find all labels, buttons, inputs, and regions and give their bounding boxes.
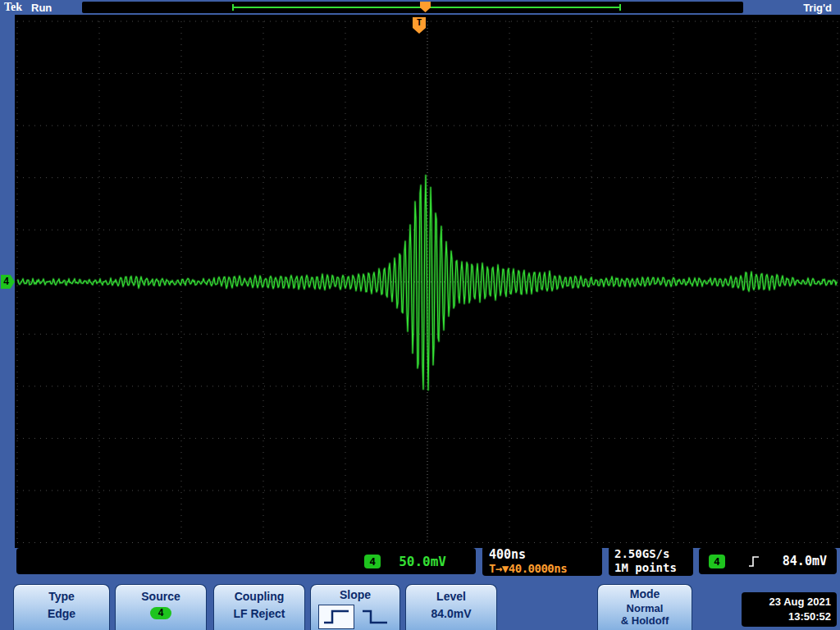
trigger-source-badge: 4: [709, 555, 725, 568]
graticule-and-waveform: [15, 15, 840, 548]
record-length-value: 1M points: [614, 561, 687, 575]
time-value: 13:50:52: [788, 609, 831, 624]
slope-label: Slope: [311, 588, 399, 601]
mode-label: Mode: [598, 587, 692, 600]
record-right-bracket: [619, 4, 621, 11]
record-view-strip: [82, 2, 743, 13]
source-channel-badge: 4: [150, 607, 171, 619]
channel-4-position-marker[interactable]: 4: [1, 275, 15, 289]
tektronix-oscilloscope: { "header": { "logo": "Tek", "acq_status…: [0, 0, 840, 630]
coupling-value: LF Reject: [214, 607, 304, 620]
mode-value-line1: Normal: [598, 602, 692, 614]
trigger-flag-pointer-icon: [413, 28, 426, 34]
channel-4-badge: 4: [364, 555, 381, 568]
timebase-value: 400ns: [489, 547, 596, 562]
rising-slope-icon: [748, 555, 760, 568]
trigger-t-icon: T: [413, 17, 426, 28]
falling-slope-option[interactable]: [357, 605, 393, 629]
trigger-position-indicator-icon[interactable]: [420, 2, 431, 12]
trigger-level-value: 84.0mV: [783, 554, 827, 568]
trigger-position-number: 40.0000ns: [509, 562, 567, 575]
trigger-coupling-button[interactable]: Coupling LF Reject: [213, 584, 305, 630]
falling-edge-icon: [360, 607, 390, 627]
trigger-status: Trig'd: [803, 2, 832, 14]
type-value: Edge: [14, 607, 109, 620]
source-label: Source: [116, 590, 206, 603]
coupling-label: Coupling: [214, 590, 304, 603]
rising-edge-icon: [322, 607, 351, 627]
scope-display: [15, 15, 840, 548]
tek-logo: Tek: [4, 1, 22, 14]
date-time-display: 23 Aug 2021 13:50:52: [742, 592, 837, 627]
trigger-position-value: T→▼40.0000ns: [489, 562, 596, 575]
acquisition-status: Run: [31, 2, 52, 14]
horizontal-readout: 400ns T→▼40.0000ns: [482, 546, 602, 576]
rising-slope-option[interactable]: [318, 605, 354, 629]
sample-rate-value: 2.50GS/s: [614, 547, 687, 561]
trigger-source-button[interactable]: Source 4: [115, 584, 207, 630]
date-value: 23 Aug 2021: [769, 595, 831, 609]
trigger-readout: 4 84.0mV: [699, 548, 837, 574]
mode-value-line2: & Holdoff: [598, 614, 692, 627]
level-label: Level: [406, 590, 496, 603]
trigger-mode-button[interactable]: Mode Normal & Holdoff: [597, 584, 692, 630]
type-label: Type: [14, 590, 109, 603]
trigger-position-marker[interactable]: T: [413, 17, 426, 34]
trigger-position-marker-icon: T→▼: [489, 562, 509, 575]
top-status-bar: Tek Run Trig'd: [0, 0, 840, 15]
trigger-type-button[interactable]: Type Edge: [13, 584, 110, 630]
channel-scale-readout: 4 50.0mV: [16, 548, 476, 574]
channel-scale-value: 50.0mV: [399, 554, 446, 569]
acquisition-readout: 2.50GS/s 1M points: [609, 546, 693, 576]
trigger-slope-button[interactable]: Slope: [310, 584, 400, 630]
trigger-level-button[interactable]: Level 84.0mV: [405, 584, 497, 630]
level-value: 84.0mV: [406, 607, 496, 620]
